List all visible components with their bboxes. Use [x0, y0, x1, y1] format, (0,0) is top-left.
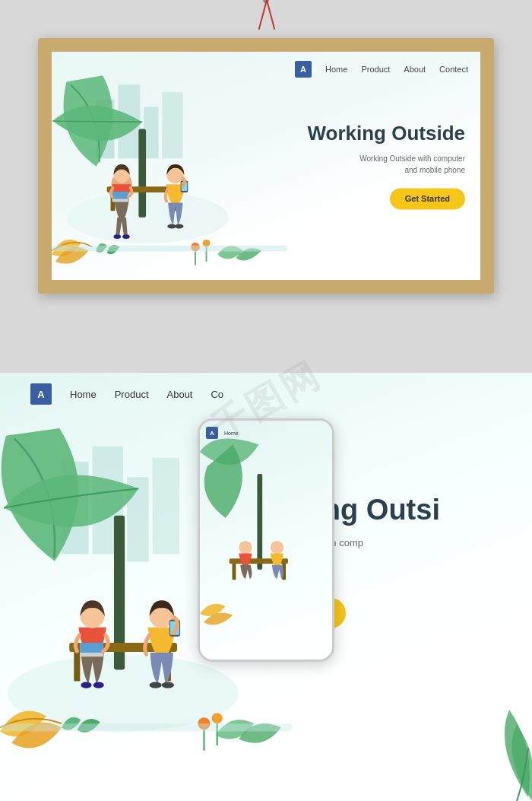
frame-hero-subtitle: Working Outside with computerand mobile …: [259, 154, 465, 176]
bottom-nav-about[interactable]: About: [167, 389, 193, 400]
svg-point-43: [212, 713, 223, 723]
bottom-nav-product[interactable]: Product: [115, 389, 149, 400]
svg-point-41: [162, 682, 174, 688]
frame-nav-about[interactable]: About: [404, 65, 426, 74]
svg-rect-34: [80, 643, 103, 653]
wire-left: [266, 0, 275, 30]
frame-inner: A Home Product About Contect: [52, 52, 480, 280]
phone-inner: A Home: [200, 421, 332, 660]
svg-rect-30: [74, 652, 80, 682]
svg-rect-5: [138, 129, 146, 218]
svg-rect-12: [112, 192, 128, 199]
frame-nav-product[interactable]: Product: [361, 65, 390, 74]
frame-content: Working Outside Working Outside with com…: [259, 122, 465, 209]
bottom-logo: A: [30, 383, 52, 405]
bottom-navbar: A Home Product About Co: [0, 383, 532, 405]
phone-navbar: A Home: [206, 427, 239, 439]
frame-hero-title: Working Outside: [259, 122, 465, 145]
wooden-frame: A Home Product About Contect: [38, 38, 494, 294]
svg-point-19: [175, 224, 184, 229]
frame-nav-contact[interactable]: Contect: [439, 65, 468, 74]
bottom-section: A Home Product About Co: [0, 373, 532, 801]
plant-bottom-right: [441, 679, 532, 801]
frame-nav-home[interactable]: Home: [325, 65, 347, 74]
svg-point-4: [66, 192, 228, 243]
bottom-nav-co[interactable]: Co: [211, 389, 223, 400]
svg-rect-44: [0, 724, 293, 732]
svg-point-49: [239, 541, 252, 554]
svg-point-13: [113, 234, 121, 239]
svg-rect-22: [52, 246, 287, 252]
svg-point-50: [271, 541, 283, 554]
phone-mockup: A Home: [198, 418, 334, 662]
phone-logo: A: [206, 427, 218, 439]
svg-point-35: [81, 682, 91, 688]
wire-container: [190, 0, 342, 38]
hanging-section: A Home Product About Contect: [0, 0, 532, 373]
bottom-nav-home[interactable]: Home: [70, 389, 97, 400]
frame-navbar: A Home Product About Contect: [295, 61, 468, 78]
frame-illustration: [52, 52, 287, 280]
phone-nav-home: Home: [224, 431, 239, 436]
svg-point-14: [122, 234, 130, 239]
frame-logo: A: [295, 61, 312, 78]
svg-point-36: [93, 682, 104, 688]
svg-rect-26: [153, 458, 179, 555]
svg-rect-3: [162, 92, 182, 158]
frame-cta-button[interactable]: Get Started: [390, 189, 465, 210]
svg-point-40: [150, 682, 162, 688]
svg-rect-47: [233, 564, 236, 580]
svg-rect-45: [257, 474, 262, 570]
wire-right: [258, 0, 268, 30]
